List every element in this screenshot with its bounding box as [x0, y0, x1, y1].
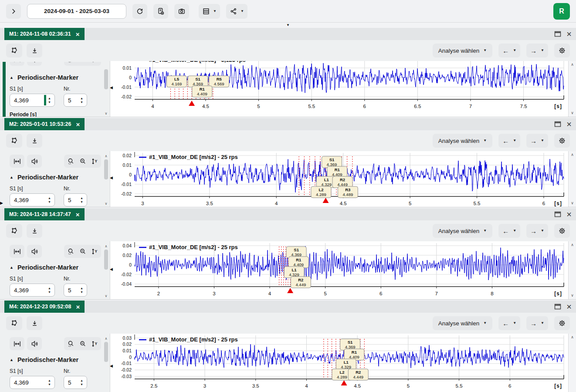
spinner-down-icon[interactable]: ▼ [48, 291, 51, 294]
waveform-chart[interactable]: 0.040.020-0.02-0.042345678[s]#1_VIB_Moto… [110, 241, 568, 298]
panel-settings-button[interactable] [554, 224, 570, 238]
nr-input[interactable]: 5 ▲ ▼ [64, 94, 87, 107]
previous-measurement-button[interactable]: ← ▼ [498, 44, 520, 57]
fit-width-button[interactable] [10, 245, 24, 258]
periodic-marker-section-header[interactable]: ▲ Periodischer-Marker [10, 264, 101, 271]
s1-input[interactable]: 4,369 ▲ ▼ [10, 376, 55, 389]
nr-spinner[interactable]: ▲ ▼ [78, 379, 85, 386]
audio-play-button[interactable] [27, 155, 42, 168]
share-menu-button[interactable]: ▼ [226, 4, 247, 19]
spinner-up-icon[interactable]: ▲ [80, 379, 83, 382]
measurement-tab[interactable]: M2: 2025-01-01 10:53:26 × [4, 118, 85, 130]
fit-width-button[interactable] [10, 337, 24, 350]
s1-position-triangle[interactable] [322, 198, 329, 203]
audio-play-button[interactable] [27, 62, 42, 66]
marker-tooltip[interactable]: S14.369 [340, 339, 360, 350]
periodic-marker-section-header[interactable]: ▲ Periodischer-Marker [10, 74, 101, 81]
spinner-up-icon[interactable]: ▲ [48, 97, 51, 100]
s1-spinner[interactable]: ▲ ▼ [46, 97, 53, 104]
scrollbar-thumb[interactable] [104, 250, 108, 270]
scroll-up-icon[interactable]: ∧ [105, 337, 108, 341]
tab-close-icon[interactable]: × [76, 304, 80, 310]
chart-vertical-scrollbar[interactable]: ∧ ∨ [568, 61, 576, 117]
marker-tooltip[interactable]: L14.329 [284, 267, 304, 278]
marker-tooltip[interactable]: R24.449 [332, 176, 352, 188]
user-avatar-button[interactable]: R [553, 3, 570, 20]
s1-input[interactable]: 4,369 ▲ ▼ [10, 193, 55, 206]
chart-vertical-scrollbar[interactable]: ∧ ∨ [568, 334, 576, 392]
zoom-out-button[interactable] [77, 155, 88, 167]
spinner-up-icon[interactable]: ▲ [80, 287, 83, 290]
marker-tooltip[interactable]: R14.409 [288, 257, 308, 268]
nr-spinner[interactable]: ▲ ▼ [78, 97, 85, 104]
s1-input[interactable]: 4,369 ▲ ▼ [10, 94, 55, 107]
panel-settings-button[interactable] [554, 44, 570, 57]
sidebar-collapse-icon[interactable]: ◀ [110, 364, 113, 368]
tab-close-icon[interactable]: × [76, 211, 80, 218]
zoom-data-button[interactable] [65, 246, 77, 257]
tab-close-icon[interactable]: × [76, 31, 80, 37]
zoom-out-button[interactable] [77, 246, 88, 257]
scroll-up-icon[interactable]: ∧ [571, 153, 574, 157]
scroll-up-icon[interactable]: ∧ [571, 243, 574, 247]
measurement-tab[interactable]: M1: 2024-11-08 02:36:31 × [4, 28, 85, 40]
s1-position-triangle[interactable] [287, 288, 293, 293]
previous-measurement-button[interactable]: ← ▼ [498, 316, 520, 330]
marker-tooltip[interactable]: R34.489 [338, 186, 358, 198]
zoom-data-button[interactable] [65, 155, 77, 167]
scrollbar-thumb[interactable] [104, 159, 108, 179]
next-measurement-button[interactable]: → ▼ [526, 316, 548, 330]
panel-close-icon[interactable]: × [566, 120, 572, 128]
s1-position-triangle[interactable] [341, 380, 347, 385]
marker-tooltip[interactable]: L14.329 [336, 359, 356, 370]
marker-tooltip[interactable]: R24.449 [348, 369, 368, 380]
audio-play-button[interactable] [27, 245, 42, 258]
panel-close-icon[interactable]: × [566, 210, 572, 219]
sidebar-scrollbar[interactable]: ∧ ∨ [104, 155, 108, 206]
collapse-panels-icon[interactable]: ▼ [286, 24, 290, 27]
marker-tooltip[interactable]: S14.369 [322, 156, 342, 168]
marker-tooltip[interactable]: R14.409 [192, 86, 212, 97]
fit-width-button[interactable] [10, 62, 24, 66]
spinner-up-icon[interactable]: ▲ [48, 196, 51, 199]
sidebar-expand-icon[interactable]: ▶ [0, 201, 3, 205]
zoom-data-button[interactable] [65, 338, 77, 349]
scroll-up-icon[interactable]: ∧ [571, 63, 574, 67]
scroll-up-icon[interactable]: ∧ [571, 335, 574, 339]
expand-panel-button[interactable] [6, 4, 21, 19]
scroll-down-icon[interactable]: ∨ [571, 111, 574, 115]
panel-settings-button[interactable] [554, 316, 570, 330]
s1-input[interactable]: 4,369 ▲ ▼ [10, 284, 55, 297]
scroll-down-icon[interactable]: ∨ [105, 294, 108, 298]
scroll-up-icon[interactable]: ∧ [105, 245, 108, 248]
s1-spinner[interactable]: ▲ ▼ [46, 287, 53, 294]
maximize-icon[interactable] [554, 211, 561, 217]
sidebar-scrollbar[interactable]: ∧ ∨ [104, 337, 108, 392]
select-analysis-button[interactable]: Analyse wählen ▼ [433, 224, 492, 238]
lasso-select-button[interactable] [6, 44, 22, 57]
maximize-icon[interactable] [554, 31, 561, 37]
nr-input[interactable]: 5 ▲ ▼ [64, 193, 87, 206]
scroll-down-icon[interactable]: ∨ [105, 112, 108, 115]
panel-settings-button[interactable] [554, 134, 570, 148]
nr-spinner[interactable]: ▲ ▼ [78, 287, 85, 294]
waveform-chart[interactable]: 0.020.010-0.01-0.0233.544.555.56[s]#1_VI… [110, 151, 568, 207]
waveform-chart[interactable]: 0.030.020.010-0.01-0.02-0.032.533.544.55… [110, 334, 568, 390]
marker-tooltip[interactable]: R14.409 [344, 349, 364, 360]
scroll-up-icon[interactable]: ∧ [105, 155, 108, 158]
select-analysis-button[interactable]: Analyse wählen ▼ [433, 316, 492, 330]
spinner-down-icon[interactable]: ▼ [48, 383, 51, 386]
spinner-down-icon[interactable]: ▼ [80, 101, 83, 104]
screenshot-button[interactable] [174, 4, 189, 19]
select-analysis-button[interactable]: Analyse wählen ▼ [433, 44, 492, 57]
spinner-up-icon[interactable]: ▲ [48, 287, 51, 290]
zoom-y-button[interactable]: Y [88, 246, 100, 257]
sidebar-collapse-icon[interactable]: ◀ [110, 176, 113, 180]
scroll-down-icon[interactable]: ∨ [571, 201, 574, 205]
previous-measurement-button[interactable]: ← ▼ [498, 224, 520, 238]
date-range-field[interactable]: 2024-09-01 - 2025-03-03 [27, 4, 126, 19]
zoom-y-button[interactable]: Y [88, 338, 100, 349]
zoom-out-button[interactable] [77, 62, 88, 65]
panel-close-icon[interactable]: × [566, 302, 572, 311]
download-button[interactable] [27, 44, 42, 57]
